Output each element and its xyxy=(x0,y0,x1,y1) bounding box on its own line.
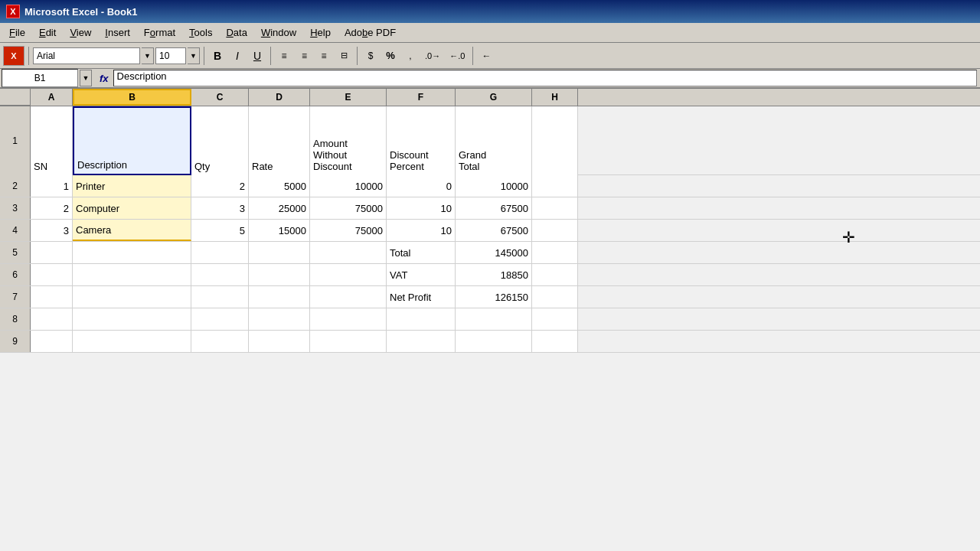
cell-g9[interactable] xyxy=(456,331,532,352)
cell-d9[interactable] xyxy=(249,331,310,352)
menu-adobe-pdf[interactable]: Adobe PDF xyxy=(338,25,402,40)
cell-c6[interactable] xyxy=(191,264,249,285)
cell-e9[interactable] xyxy=(310,331,387,352)
cell-c9[interactable] xyxy=(191,331,249,352)
cell-f3[interactable]: 10 xyxy=(387,197,456,219)
font-name-dropdown[interactable]: ▼ xyxy=(142,47,154,64)
cell-b8[interactable] xyxy=(73,308,191,330)
cell-reference-box[interactable]: B1 xyxy=(2,69,78,87)
cell-f2[interactable]: 0 xyxy=(387,175,456,197)
cell-a4[interactable]: 3 xyxy=(31,220,73,241)
cell-e6[interactable] xyxy=(310,264,387,285)
cell-a3[interactable]: 2 xyxy=(31,197,73,219)
cell-a2[interactable]: 1 xyxy=(31,175,73,197)
cell-e7[interactable] xyxy=(310,286,387,308)
font-size-dropdown[interactable]: ▼ xyxy=(188,47,200,64)
cell-f6[interactable]: VAT xyxy=(387,264,456,285)
row-number-7[interactable]: 7 xyxy=(0,286,31,308)
menu-edit[interactable]: Edit xyxy=(33,25,62,40)
increase-decimal-button[interactable]: .0→ xyxy=(421,47,444,65)
menu-insert[interactable]: Insert xyxy=(99,25,136,40)
col-header-g[interactable]: G xyxy=(456,89,532,106)
row-number-5[interactable]: 5 xyxy=(0,242,31,263)
cell-g4[interactable]: 67500 xyxy=(456,220,532,241)
cell-b5[interactable] xyxy=(73,242,191,263)
cell-f1[interactable]: Discount Percent xyxy=(387,106,456,175)
cell-c1[interactable]: Qty xyxy=(191,106,249,175)
cell-b4[interactable]: Camera xyxy=(73,220,191,241)
cell-b1[interactable]: Description xyxy=(73,106,191,175)
cell-h8[interactable] xyxy=(532,308,578,330)
cell-e5[interactable] xyxy=(310,242,387,263)
percent-button[interactable]: % xyxy=(381,47,400,65)
cell-h5[interactable] xyxy=(532,242,578,263)
cell-h9[interactable] xyxy=(532,331,578,352)
row-number-9[interactable]: 9 xyxy=(0,331,31,352)
cell-d5[interactable] xyxy=(249,242,310,263)
cell-b7[interactable] xyxy=(73,286,191,308)
cell-d4[interactable]: 15000 xyxy=(249,220,310,241)
menu-tools[interactable]: Tools xyxy=(183,25,218,40)
cell-g1[interactable]: Grand Total xyxy=(456,106,532,175)
cell-c2[interactable]: 2 xyxy=(191,175,249,197)
cell-g8[interactable] xyxy=(456,308,532,330)
cell-a6[interactable] xyxy=(31,264,73,285)
col-header-b[interactable]: B xyxy=(73,89,191,106)
cell-h1[interactable] xyxy=(532,106,578,175)
cell-f4[interactable]: 10 xyxy=(387,220,456,241)
cell-g2[interactable]: 10000 xyxy=(456,175,532,197)
row-number-8[interactable]: 8 xyxy=(0,308,31,330)
formula-input[interactable]: Description xyxy=(113,70,977,86)
cell-a7[interactable] xyxy=(31,286,73,308)
cell-g5[interactable]: 145000 xyxy=(456,242,532,263)
col-header-c[interactable]: C xyxy=(191,89,249,106)
cell-b9[interactable] xyxy=(73,331,191,352)
menu-view[interactable]: View xyxy=(64,25,97,40)
cell-h2[interactable] xyxy=(532,175,578,197)
cell-g3[interactable]: 67500 xyxy=(456,197,532,219)
align-center-button[interactable]: ≡ xyxy=(295,47,313,65)
cell-d1[interactable]: Rate xyxy=(249,106,310,175)
cell-h3[interactable] xyxy=(532,197,578,219)
col-header-a[interactable]: A xyxy=(31,89,73,106)
decrease-decimal-button[interactable]: ←.0 xyxy=(446,47,469,65)
toolbar-excel-icon[interactable]: X xyxy=(3,46,24,66)
cell-e3[interactable]: 75000 xyxy=(310,197,387,219)
col-header-e[interactable]: E xyxy=(310,89,387,106)
cell-c7[interactable] xyxy=(191,286,249,308)
cell-g7[interactable]: 126150 xyxy=(456,286,532,308)
cell-ref-dropdown[interactable]: ▼ xyxy=(80,70,92,86)
cell-c8[interactable] xyxy=(191,308,249,330)
cell-f7[interactable]: Net Profit xyxy=(387,286,456,308)
cell-f5[interactable]: Total xyxy=(387,242,456,263)
cell-f9[interactable] xyxy=(387,331,456,352)
bold-button[interactable]: B xyxy=(208,47,227,65)
cell-d2[interactable]: 5000 xyxy=(249,175,310,197)
cell-g6[interactable]: 18850 xyxy=(456,264,532,285)
cell-a9[interactable] xyxy=(31,331,73,352)
cell-h7[interactable] xyxy=(532,286,578,308)
col-header-h[interactable]: H xyxy=(532,89,578,106)
cell-a1[interactable]: SN xyxy=(31,106,73,175)
cell-b6[interactable] xyxy=(73,264,191,285)
cell-e1[interactable]: Amount Without Discount xyxy=(310,106,387,175)
menu-file[interactable]: File xyxy=(3,25,31,40)
menu-help[interactable]: Help xyxy=(304,25,337,40)
row-number-6[interactable]: 6 xyxy=(0,264,31,285)
cell-d7[interactable] xyxy=(249,286,310,308)
cell-d3[interactable]: 25000 xyxy=(249,197,310,219)
cell-f8[interactable] xyxy=(387,308,456,330)
row-number-3[interactable]: 3 xyxy=(0,197,31,219)
row-number-2[interactable]: 2 xyxy=(0,175,31,197)
cell-c5[interactable] xyxy=(191,242,249,263)
cell-d6[interactable] xyxy=(249,264,310,285)
col-header-d[interactable]: D xyxy=(249,89,310,106)
comma-button[interactable]: , xyxy=(401,47,420,65)
align-right-button[interactable]: ≡ xyxy=(315,47,333,65)
cell-h6[interactable] xyxy=(532,264,578,285)
cell-c4[interactable]: 5 xyxy=(191,220,249,241)
italic-button[interactable]: I xyxy=(228,47,247,65)
col-header-f[interactable]: F xyxy=(387,89,456,106)
row-number-4[interactable]: 4 xyxy=(0,220,31,241)
underline-button[interactable]: U xyxy=(248,47,266,65)
